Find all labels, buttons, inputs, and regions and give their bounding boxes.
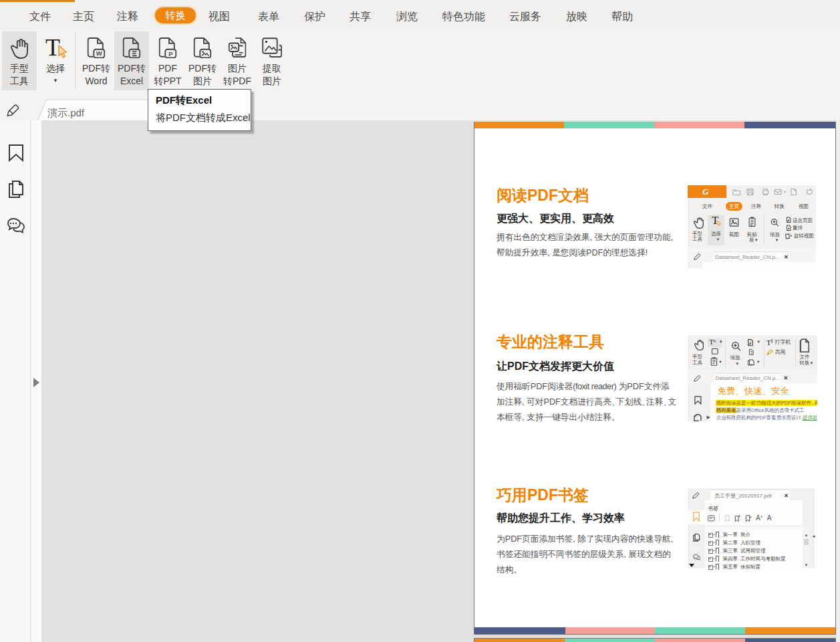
- svg-text:T: T: [45, 37, 60, 60]
- svg-text:W: W: [96, 49, 102, 57]
- svg-text:T: T: [750, 350, 753, 354]
- svg-text:P: P: [168, 50, 173, 58]
